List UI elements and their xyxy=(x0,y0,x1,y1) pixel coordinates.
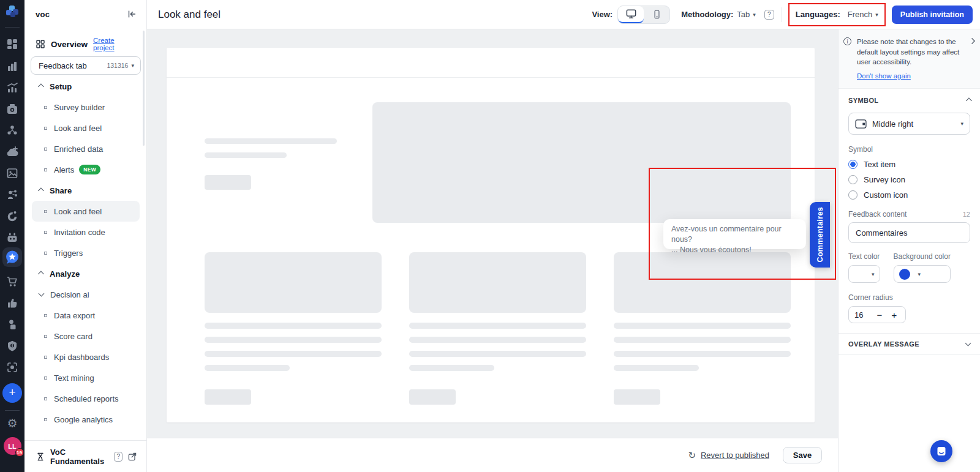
sidebar-scrollbar[interactable] xyxy=(143,31,145,146)
chat-launcher-button[interactable] xyxy=(930,440,952,462)
image-icon[interactable] xyxy=(0,167,24,179)
dont-show-again-link[interactable]: Don't show again xyxy=(857,72,911,80)
project-selector[interactable]: Feedback tab 131316 ▾ xyxy=(31,56,141,75)
trend-chart-icon[interactable] xyxy=(0,81,24,94)
user-icon[interactable] xyxy=(0,318,24,331)
external-link-icon[interactable] xyxy=(127,452,137,462)
symbol-section-header[interactable]: SYMBOL xyxy=(848,97,970,104)
bullet-icon xyxy=(44,127,47,130)
chevron-right-icon[interactable] xyxy=(969,37,978,45)
chevron-down-icon: ▾ xyxy=(960,121,963,127)
background-color-dropdown[interactable]: ▾ xyxy=(894,265,951,283)
radio-custom-icon[interactable]: Custom icon xyxy=(848,190,970,200)
feedback-content-input[interactable] xyxy=(848,222,970,243)
bullet-icon xyxy=(44,335,47,338)
accessibility-notice: i Please note that changes to the defaul… xyxy=(839,29,980,89)
skeleton-column xyxy=(205,252,382,405)
thumbs-up-icon[interactable] xyxy=(0,297,24,309)
divider xyxy=(5,410,20,411)
sidebar-item-overview[interactable]: Overview xyxy=(51,40,88,49)
languages-dropdown[interactable]: French xyxy=(848,10,872,19)
collapse-sidebar-icon[interactable] xyxy=(126,9,137,20)
radio-survey-icon[interactable]: Survey icon xyxy=(848,175,970,184)
cart-icon[interactable] xyxy=(0,275,24,288)
sidebar-item-google-analytics[interactable]: Google analytics xyxy=(32,409,140,430)
feedback-content-label: Feedback content xyxy=(848,210,907,219)
avatar-initials: LL xyxy=(8,443,16,450)
decrease-button[interactable]: − xyxy=(874,310,885,320)
sidebar-section-setup[interactable]: Setup xyxy=(32,76,140,97)
overlay-message-section-header[interactable]: OVERLAY MESSAGE xyxy=(848,340,970,348)
methodology-dropdown[interactable]: Tab xyxy=(737,10,750,19)
tooltip-line-1: Avez-vous un commentaire pour nous? xyxy=(671,224,798,245)
feedback-tab-button[interactable]: Commentaires xyxy=(810,202,830,268)
feedback-content-counter: 12 xyxy=(963,211,970,218)
sidebar-item-scheduled-reports[interactable]: Scheduled reports xyxy=(32,388,140,409)
sidebar-sections: SetupSurvey builderLook and feelEnriched… xyxy=(24,76,147,430)
refresh-icon: ↻ xyxy=(688,450,696,461)
revert-to-published-link[interactable]: ↻ Revert to published xyxy=(688,450,769,461)
settings-panel: i Please note that changes to the defaul… xyxy=(838,29,980,472)
camera-icon[interactable] xyxy=(0,103,24,115)
sidebar-item-look-and-feel[interactable]: Look and feel xyxy=(32,201,140,222)
feedback-chat-icon[interactable] xyxy=(0,247,24,267)
sidebar-section-analyze[interactable]: Analyze xyxy=(32,263,140,284)
sidebar-item-text-mining[interactable]: Text mining xyxy=(32,367,140,388)
skeleton-hero-block xyxy=(372,102,791,223)
skeleton-line xyxy=(205,152,287,158)
radio-button xyxy=(848,160,858,169)
avatar[interactable]: LL19 xyxy=(0,437,24,455)
help-icon[interactable]: ? xyxy=(114,452,123,462)
bullet-icon xyxy=(44,210,47,213)
sidebar-section-share[interactable]: Share xyxy=(32,180,140,201)
symbol-section: SYMBOL Middle right ▾ Symbol Text itemSu… xyxy=(839,89,980,323)
desktop-view-button[interactable] xyxy=(618,6,644,23)
position-dropdown-value: Middle right xyxy=(872,119,913,129)
sidebar-item-look-and-feel[interactable]: Look and feel xyxy=(32,118,140,138)
text-color-dropdown[interactable]: ▾ xyxy=(848,265,880,283)
create-project-link[interactable]: Create project xyxy=(93,37,137,51)
gear-icon[interactable]: ⚙ xyxy=(0,418,24,430)
dashboard-icon[interactable] xyxy=(0,38,24,50)
languages-label: Languages: xyxy=(796,10,840,19)
network-icon[interactable] xyxy=(0,189,24,201)
publish-invitation-button[interactable]: Publish invitation xyxy=(892,6,973,24)
sidebar-item-alerts[interactable]: AlertsNEW xyxy=(32,159,140,180)
corner-radius-label: Corner radius xyxy=(848,293,970,302)
preview-canvas: Avez-vous un commentaire pour nous? ... … xyxy=(147,29,838,438)
sidebar-item-enriched-data[interactable]: Enriched data xyxy=(32,138,140,159)
sidebar-item-data-export[interactable]: Data export xyxy=(32,305,140,326)
radio-text-item[interactable]: Text item xyxy=(848,160,970,169)
methodology-help-button[interactable]: ? xyxy=(764,10,774,20)
divider xyxy=(782,7,782,22)
scan-icon[interactable] xyxy=(0,361,24,373)
voc-fundamentals-link[interactable]: VoC Fundamentals xyxy=(50,448,109,466)
methodology-label: Methodology: xyxy=(681,10,733,19)
bullet-icon xyxy=(44,168,47,171)
cloud-add-icon[interactable] xyxy=(0,146,24,158)
sidebar-item-invitation-code[interactable]: Invitation code xyxy=(32,222,140,242)
bullet-icon xyxy=(44,314,47,317)
position-dropdown[interactable]: Middle right ▾ xyxy=(848,113,970,135)
sidebar-item-survey-builder[interactable]: Survey builder xyxy=(32,97,140,118)
chevron-down-icon xyxy=(965,340,971,347)
info-icon: i xyxy=(843,37,851,45)
overlay-message-title: OVERLAY MESSAGE xyxy=(848,340,919,348)
languages-annotation-box: Languages: French ▾ xyxy=(788,3,886,26)
bullet-icon xyxy=(44,252,47,255)
sidebar-item-decision-ai[interactable]: Decision ai xyxy=(32,284,140,305)
robot-icon[interactable] xyxy=(0,231,24,244)
sidebar-item-kpi-dashboards[interactable]: Kpi dashboards xyxy=(32,347,140,367)
sidebar: voc Overview Create project Feedback tab… xyxy=(24,0,147,472)
increase-button[interactable]: + xyxy=(889,310,900,320)
team-icon[interactable] xyxy=(0,124,24,137)
bar-chart-icon[interactable] xyxy=(0,60,24,72)
add-button[interactable]: + xyxy=(0,383,24,403)
sidebar-item-triggers[interactable]: Triggers xyxy=(32,242,140,263)
shield-icon[interactable] xyxy=(0,340,24,352)
bullet-icon xyxy=(44,356,47,359)
mobile-view-button[interactable] xyxy=(644,6,669,23)
save-button[interactable]: Save xyxy=(783,447,822,463)
donut-icon[interactable] xyxy=(0,210,24,222)
sidebar-item-score-card[interactable]: Score card xyxy=(32,326,140,347)
